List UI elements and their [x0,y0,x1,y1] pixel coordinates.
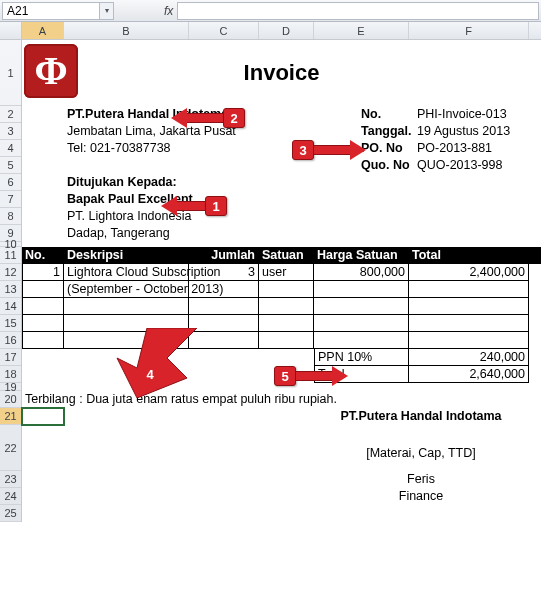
name-box-dropdown[interactable]: ▾ [100,2,114,20]
meta-tanggal: 19 Agustus 2013 [414,123,514,141]
meta-label-po: PO. No [358,140,407,158]
row-header[interactable]: 13 [0,281,21,298]
meta-label-quo: Quo. No [358,157,414,175]
row-header[interactable]: 1 [0,40,21,106]
meta-quo: QUO-2013-998 [414,157,506,175]
sign-role: Finance [314,488,529,506]
name-box[interactable]: A21 [2,2,100,20]
sign-note: [Materai, Cap, TTD] [314,445,529,463]
row-header[interactable]: 17 [0,349,21,366]
row-header[interactable]: 8 [0,208,21,225]
row-header[interactable]: 11 [0,247,21,264]
table-row [22,298,541,315]
table-row: (September - October 2013) [22,281,541,298]
col-header-f[interactable]: F [409,22,529,39]
row-header[interactable]: 6 [0,174,21,191]
row-header[interactable]: 19 [0,383,21,391]
to-label: Ditujukan Kepada: [64,174,181,191]
row-header[interactable]: 20 [0,391,21,408]
row-header[interactable]: 23 [0,471,21,488]
row-headers: 1 2 3 4 5 6 7 8 9 10 11 12 13 14 15 16 1… [0,40,22,522]
table-row: 1 Lightora Cloud Subscription 3 user 800… [22,264,541,281]
row-header[interactable]: 25 [0,505,21,522]
column-headers: A B C D E F [0,22,541,40]
row-header[interactable]: 16 [0,332,21,349]
row-header[interactable]: 22 [0,425,21,471]
meta-po: PO-2013-881 [414,140,496,158]
row-header[interactable]: 4 [0,140,21,157]
active-cell[interactable] [22,408,64,425]
meta-label-no: No. [358,106,385,124]
terbilang: Terbilang : Dua juta enam ratus empat pu… [22,391,522,408]
sign-company: PT.Putera Handal Indotama [314,408,529,426]
col-header-a[interactable]: A [22,22,64,39]
to-company: PT. Lightora Indonesia [64,208,195,225]
table-row [22,315,541,332]
spreadsheet: A B C D E F 1 2 3 4 5 6 7 8 9 10 11 12 1… [0,22,541,522]
meta-no: PHI-Invoice-013 [414,106,511,124]
col-header-e[interactable]: E [314,22,409,39]
row-header[interactable]: 15 [0,315,21,332]
invoice-title: Invoice [22,60,541,86]
row-header[interactable]: 12 [0,264,21,281]
ppn-row: PPN 10% 240,000 [22,349,541,366]
formula-bar: A21 ▾ fx [0,0,541,22]
to-addr: Dadap, Tangerang [64,225,174,242]
sign-name: Feris [314,471,529,489]
col-header-b[interactable]: B [64,22,189,39]
formula-input[interactable] [177,2,539,20]
row-header[interactable]: 24 [0,488,21,505]
company-tel: Tel: 021-70387738 [64,140,314,157]
fx-label[interactable]: fx [164,4,173,18]
to-person: Bapak Paul Excellent [64,191,197,208]
total-row: Total 2,640,000 [22,366,541,383]
cell-grid[interactable]: Φ Invoice PT.Putera Handal Indotama No. … [22,40,541,522]
row-header[interactable]: 14 [0,298,21,315]
row-header[interactable]: 5 [0,157,21,174]
table-header: No. Deskripsi Jumlah Satuan Harga Satuan… [22,247,541,264]
col-header-c[interactable]: C [189,22,259,39]
row-header[interactable]: 3 [0,123,21,140]
select-all-corner[interactable] [0,22,22,39]
col-header-d[interactable]: D [259,22,314,39]
company-addr: Jembatan Lima, Jakarta Pusat [64,123,314,140]
meta-label-tanggal: Tanggal. [358,123,415,141]
company-name: PT.Putera Handal Indotama [64,106,314,123]
row-header[interactable]: 21 [0,408,21,425]
row-header[interactable]: 2 [0,106,21,123]
row-header[interactable]: 7 [0,191,21,208]
table-row [22,332,541,349]
